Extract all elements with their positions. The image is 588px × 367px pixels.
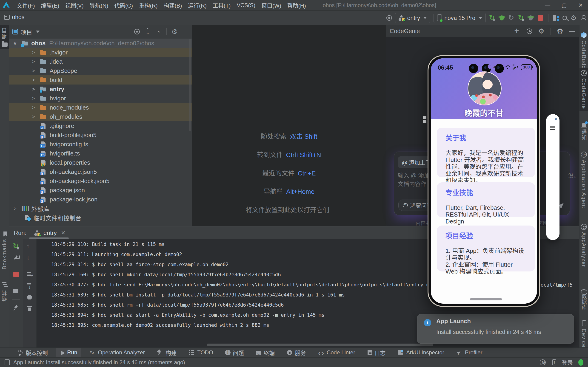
tree-row[interactable]: 临时文件和控制台 xyxy=(9,213,192,222)
emulator-nav-button[interactable] xyxy=(549,228,556,235)
tree-chevron-icon[interactable]: > xyxy=(32,68,40,74)
new-chat-icon[interactable] xyxy=(514,28,521,34)
device-alert-icon[interactable] xyxy=(552,359,556,365)
tree-chevron-icon[interactable]: > xyxy=(14,206,22,211)
tree-row[interactable]: > hvigor xyxy=(9,94,192,103)
menu-item[interactable]: 编辑(E) xyxy=(38,0,62,10)
tree-row[interactable]: {} package.json xyxy=(9,186,192,195)
prev-occurrence-icon[interactable] xyxy=(27,243,33,250)
debug-button[interactable] xyxy=(499,15,505,21)
collapse-all-icon[interactable] xyxy=(155,28,162,35)
menu-item[interactable]: 视图(V) xyxy=(62,0,87,10)
tool-window-tab[interactable]: TODO xyxy=(184,348,217,358)
expand-all-icon[interactable] xyxy=(144,28,151,35)
tree-row[interactable]: > build xyxy=(9,75,192,84)
right-stripe-item[interactable]: Application Agent xyxy=(579,151,588,209)
tree-chevron-icon[interactable]: v xyxy=(14,41,22,46)
search-everywhere-icon[interactable] xyxy=(562,16,567,20)
tree-row[interactable]: > oh_modules xyxy=(9,112,192,121)
run-button[interactable] xyxy=(489,15,495,21)
emulator-button[interactable] xyxy=(549,167,556,174)
right-stripe-item[interactable]: CodeBuddy xyxy=(579,32,588,72)
stop-button[interactable] xyxy=(538,15,543,21)
tree-chevron-icon[interactable]: > xyxy=(32,50,40,55)
close-tab-icon[interactable]: ✕ xyxy=(61,230,66,236)
hide-panel-icon[interactable] xyxy=(569,28,576,34)
tool-window-tab[interactable]: 终端 xyxy=(252,348,279,358)
rerun-icon[interactable] xyxy=(13,243,19,250)
notification-balloon[interactable]: i App Launch Install successfully finish… xyxy=(417,314,574,343)
tool-window-tab[interactable]: Operation Analyzer xyxy=(85,348,149,358)
tree-row[interactable]: TS hvigorconfig.ts xyxy=(9,140,192,149)
hide-run-panel-icon[interactable] xyxy=(566,230,572,236)
emulator-button[interactable] xyxy=(549,205,556,212)
codegenie-settings-icon[interactable] xyxy=(538,28,545,34)
emulator-button[interactable] xyxy=(549,147,556,154)
right-stripe-item[interactable]: AppAnalyzer xyxy=(579,224,588,267)
menu-item[interactable]: 运行(R) xyxy=(185,0,210,10)
tool-window-tab[interactable]: 版本控制 xyxy=(13,348,52,358)
restore-layout-icon[interactable] xyxy=(13,288,19,294)
menu-item[interactable]: 代码(C) xyxy=(111,0,136,10)
menu-item[interactable]: VCS(S) xyxy=(234,1,258,10)
right-stripe-item[interactable]: 数据库 xyxy=(579,289,588,311)
event-log-icon[interactable] xyxy=(5,359,10,365)
run-config-combo[interactable]: entry xyxy=(395,13,431,23)
project-scrollbar[interactable] xyxy=(189,39,191,131)
scroll-to-end-icon[interactable] xyxy=(27,283,33,289)
menu-item[interactable]: 重构(R) xyxy=(136,0,161,10)
emulator-nav-button[interactable] xyxy=(549,238,556,245)
run-tab-entry[interactable]: entry ✕ xyxy=(32,226,67,239)
locate-file-icon[interactable] xyxy=(134,29,140,34)
code-linter-status-icon[interactable] xyxy=(540,359,546,365)
tool-window-tab[interactable]: 构建 xyxy=(153,348,181,358)
stop-process-icon[interactable] xyxy=(13,272,19,277)
tool-window-tab[interactable]: Run xyxy=(56,348,81,358)
tree-row[interactable]: {} package-lock.json xyxy=(9,195,192,204)
tree-row[interactable]: local.properties xyxy=(9,158,192,167)
console-horizontal-scrollbar[interactable] xyxy=(207,343,433,346)
phone-screen[interactable]: 06:45 <···> 100 晚霞的不甘 关于我 xyxy=(431,58,537,304)
minimize-button[interactable]: — xyxy=(544,2,551,8)
soft-wrap-icon[interactable] xyxy=(27,271,33,278)
tree-row[interactable]: > AppScope xyxy=(9,66,192,75)
tool-window-tab[interactable]: 服务 xyxy=(282,348,310,358)
maximize-button[interactable]: ▢ xyxy=(561,2,567,8)
sidebar-item-project[interactable]: 项目 xyxy=(0,25,9,49)
menu-item[interactable]: 文件(F) xyxy=(14,0,38,10)
tree-row[interactable]: > .idea xyxy=(9,57,192,66)
device-combo[interactable]: nova 15 Pro xyxy=(434,13,486,23)
attach-device-icon[interactable] xyxy=(386,15,392,21)
sidebar-item-bookmarks[interactable]: Bookmarks xyxy=(0,231,9,269)
tree-row[interactable]: TS hvigorfile.ts xyxy=(9,149,192,158)
attach-debugger-button[interactable] xyxy=(528,15,534,21)
tree-row[interactable]: {} build-profile.json5 xyxy=(9,130,192,140)
emulator-button[interactable] xyxy=(549,138,556,145)
tool-window-tab[interactable]: Profiler xyxy=(452,348,487,358)
sidebar-item-structure[interactable]: 结构 xyxy=(0,281,9,301)
right-stripe-item[interactable]: CodeGenie xyxy=(579,68,588,111)
right-stripe-item[interactable]: 通知 xyxy=(579,122,588,141)
login-button[interactable]: 登录 xyxy=(562,358,573,366)
restart-app-button[interactable] xyxy=(518,15,524,21)
close-button[interactable]: ✕ xyxy=(577,2,584,8)
tree-chevron-icon[interactable]: > xyxy=(32,59,40,64)
tree-row[interactable]: > node_modules xyxy=(9,103,192,112)
tree-row[interactable]: ⊘ .gitignore xyxy=(9,121,192,130)
menu-item[interactable]: 帮助(H) xyxy=(284,0,309,10)
emulator-button[interactable] xyxy=(549,186,556,193)
tree-chevron-icon[interactable]: > xyxy=(32,96,40,101)
tree-chevron-icon[interactable]: > xyxy=(32,105,40,110)
emulator-nav-button[interactable] xyxy=(549,219,556,225)
menu-item[interactable]: 构建(B) xyxy=(161,0,185,10)
chevron-down-icon[interactable] xyxy=(36,31,40,33)
clear-console-icon[interactable] xyxy=(27,306,33,312)
pin-tab-icon[interactable] xyxy=(13,305,19,311)
tree-row[interactable]: {} oh-package-lock.json5 xyxy=(9,176,192,186)
print-icon[interactable] xyxy=(27,294,33,301)
editor-area[interactable]: 随处搜索双击 Shift 转到文件Ctrl+Shift+N 最近的文件Ctrl+… xyxy=(192,25,386,226)
next-occurrence-icon[interactable] xyxy=(27,254,33,261)
tool-window-tab[interactable]: Code Linter xyxy=(314,348,359,358)
device-file-browser-icon[interactable] xyxy=(553,15,559,21)
tree-row[interactable]: > 外部库 xyxy=(9,204,192,213)
